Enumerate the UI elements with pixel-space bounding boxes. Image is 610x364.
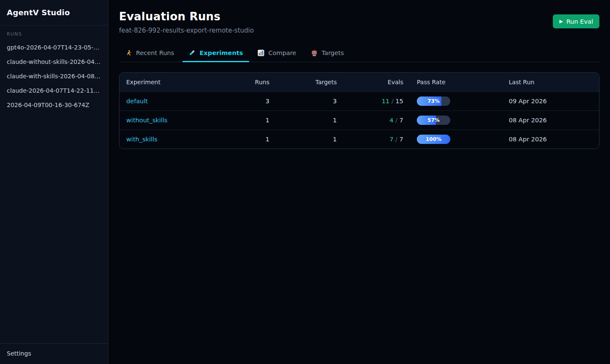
targets-value: 3: [269, 98, 337, 105]
run-item-label: claude-without-skills-2026-04…: [7, 58, 100, 65]
robot-icon: [311, 49, 318, 56]
tab-recent-runs[interactable]: Recent Runs: [119, 45, 180, 62]
column-header-last-run: Last Run: [509, 79, 599, 85]
run-item-label: claude-2026-04-07T14-22-11…: [7, 87, 100, 94]
column-header-runs: Runs: [219, 79, 269, 85]
sidebar-run-item[interactable]: claude-2026-04-07T14-22-11…: [0, 83, 108, 98]
sidebar-header: AgentV Studio: [0, 0, 108, 25]
pass-rate-label: 57%: [417, 116, 450, 125]
last-run-value: 08 Apr 2026: [509, 117, 599, 124]
runs-section: RUNS gpt4o-2026-04-07T14-23-05-… claude-…: [0, 30, 108, 343]
pass-rate-label: 73%: [417, 97, 450, 106]
column-header-evals: Evals: [337, 79, 403, 85]
tab-label: Experiments: [200, 50, 243, 56]
evals-total-count: 7: [399, 117, 403, 124]
play-icon: ▶: [559, 19, 563, 24]
column-header-targets: Targets: [269, 79, 337, 85]
experiments-table: Experiment Runs Targets Evals Pass Rate …: [119, 72, 599, 149]
tab-compare[interactable]: Compare: [252, 45, 302, 62]
experiment-link[interactable]: without_skills: [126, 117, 167, 124]
runs-section-label: RUNS: [0, 30, 108, 40]
targets-value: 1: [269, 117, 337, 124]
sidebar-run-item[interactable]: claude-with-skills-2026-04-08…: [0, 69, 108, 83]
table-row: without_skills 1 1 4 / 7 57% 08 Apr 2026: [119, 110, 599, 130]
sidebar-footer: Settings: [0, 343, 108, 364]
runs-value: 1: [219, 117, 269, 124]
run-eval-button[interactable]: ▶ Run Eval: [553, 14, 599, 28]
run-item-label: gpt4o-2026-04-07T14-23-05-…: [7, 44, 100, 51]
sidebar-run-item[interactable]: gpt4o-2026-04-07T14-23-05-…: [0, 40, 108, 55]
tab-experiments[interactable]: Experiments: [183, 45, 249, 62]
table-body: default 3 3 11 / 15 73% 09 Apr 2026 with…: [119, 91, 599, 149]
last-run-value: 08 Apr 2026: [509, 136, 599, 143]
main-content: Evaluation Runs feat-826-992-results-exp…: [108, 0, 610, 364]
bar-chart-icon: [258, 49, 265, 56]
run-item-label: claude-with-skills-2026-04-08…: [7, 73, 100, 80]
evals-separator: /: [395, 117, 399, 124]
pass-rate-pill: 57%: [417, 116, 450, 125]
app-title: AgentV Studio: [7, 8, 70, 17]
evals-value: 11 / 15: [337, 98, 403, 105]
settings-link[interactable]: Settings: [7, 350, 31, 357]
table-row: default 3 3 11 / 15 73% 09 Apr 2026: [119, 91, 599, 110]
evals-value: 7 / 7: [337, 136, 403, 143]
page-title: Evaluation Runs: [119, 10, 254, 23]
sidebar-run-item[interactable]: claude-without-skills-2026-04…: [0, 55, 108, 69]
pass-rate-pill: 73%: [417, 97, 450, 106]
evals-pass-count: 4: [389, 117, 393, 124]
table-row: with_skills 1 1 7 / 7 100% 08 Apr 2026: [119, 130, 599, 149]
sidebar-run-item[interactable]: 2026-04-09T00-16-30-674Z: [0, 98, 108, 112]
page-subtitle: feat-826-992-results-export-remote-studi…: [119, 27, 254, 34]
test-tube-icon: [189, 49, 196, 56]
table-header-row: Experiment Runs Targets Evals Pass Rate …: [119, 73, 599, 91]
experiment-link[interactable]: default: [126, 98, 148, 105]
targets-value: 1: [269, 136, 337, 143]
tab-label: Targets: [322, 50, 344, 56]
run-item-label: 2026-04-09T00-16-30-674Z: [7, 102, 89, 108]
tab-label: Recent Runs: [136, 50, 174, 56]
evals-pass-count: 7: [389, 136, 393, 143]
evals-separator: /: [395, 136, 399, 143]
run-eval-label: Run Eval: [566, 18, 593, 25]
column-header-experiment: Experiment: [119, 79, 219, 85]
tab-targets[interactable]: Targets: [305, 45, 349, 62]
column-header-pass-rate: Pass Rate: [403, 79, 509, 85]
runs-value: 1: [219, 136, 269, 143]
evals-total-count: 15: [396, 98, 403, 105]
run-list: gpt4o-2026-04-07T14-23-05-… claude-witho…: [0, 40, 108, 112]
runner-icon: [125, 49, 132, 56]
page-header: Evaluation Runs feat-826-992-results-exp…: [119, 10, 599, 34]
evals-value: 4 / 7: [337, 117, 403, 124]
evals-pass-count: 11: [382, 98, 389, 105]
tab-bar: Recent Runs Experiments Compare Targets: [119, 45, 599, 62]
last-run-value: 09 Apr 2026: [509, 98, 599, 105]
runs-value: 3: [219, 98, 269, 105]
evals-total-count: 7: [399, 136, 403, 143]
experiment-link[interactable]: with_skills: [126, 136, 158, 143]
pass-rate-pill: 100%: [417, 135, 450, 144]
tab-label: Compare: [269, 50, 297, 56]
sidebar: AgentV Studio RUNS gpt4o-2026-04-07T14-2…: [0, 0, 108, 364]
pass-rate-label: 100%: [417, 135, 450, 144]
evals-separator: /: [391, 98, 396, 105]
